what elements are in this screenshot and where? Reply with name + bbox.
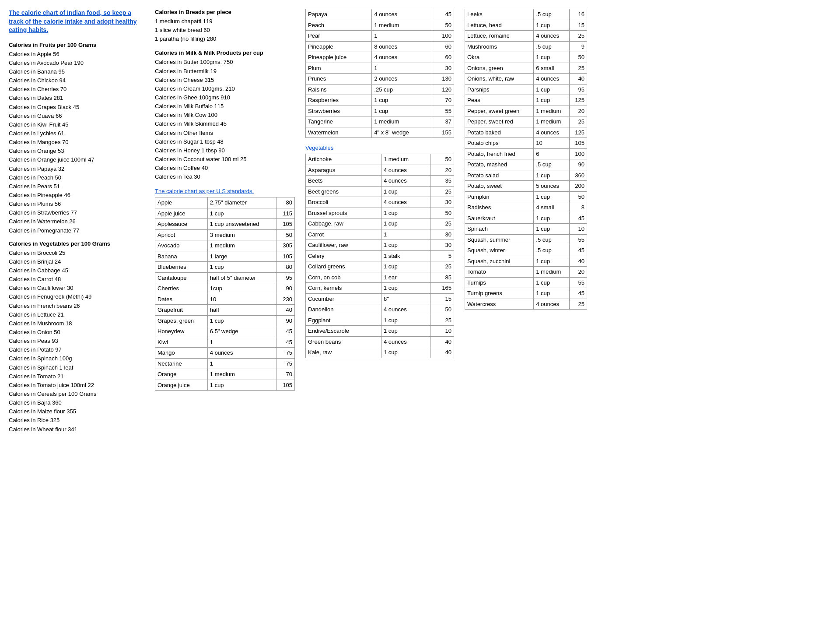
table-cell: 230 [276, 294, 295, 305]
us-vegetables-continued-table: Leeks.5 cup16Lettuce, head1 cup15Lettuce… [465, 9, 587, 310]
table-cell: 15 [570, 20, 587, 31]
table-cell: 16 [570, 9, 587, 20]
table-cell: Applesauce [155, 219, 208, 230]
list-item: Calories in Tea 30 [155, 173, 295, 181]
table-cell: 40 [430, 336, 454, 347]
table-cell: 10 [430, 326, 454, 337]
table-cell: 35 [430, 176, 454, 187]
table-cell: 1 [381, 229, 430, 240]
table-cell: 1 medium [372, 116, 432, 127]
table-cell: 5 [430, 250, 454, 261]
table-row: Cherries1cup90 [155, 283, 295, 294]
table-cell: 9 [570, 41, 587, 52]
table-cell: 2 ounces [372, 74, 432, 85]
table-cell: 5 ounces [534, 181, 570, 192]
table-row: Dandelion4 ounces50 [306, 304, 454, 315]
vegetables-section-title: Calories in Vegetables per 100 Grams [9, 240, 144, 247]
table-row: Squash, summer.5 cup55 [465, 234, 587, 245]
table-cell: Pear [306, 31, 372, 42]
list-item: Calories in Spinach 1 leaf [9, 363, 144, 372]
table-cell: Leeks [465, 9, 534, 20]
table-row: Corn, on cob1 ear85 [306, 272, 454, 283]
table-cell: 6 small [534, 63, 570, 74]
milk-items: Calories in Butter 100gms. 750Calories i… [155, 58, 295, 181]
table-cell: Grapes, green [155, 315, 208, 326]
table-cell: 50 [430, 154, 454, 165]
table-cell: 95 [276, 272, 295, 283]
table-cell: 25 [430, 261, 454, 272]
table-cell: 70 [432, 95, 454, 106]
table-cell: 4 ounces [207, 348, 276, 359]
list-item: 1 paratha (no filling) 280 [155, 35, 295, 43]
table-row: Green beans4 ounces40 [306, 336, 454, 347]
table-row: Carrot130 [306, 229, 454, 240]
list-item: Calories in Ghee 100gms 910 [155, 93, 295, 102]
table-cell: 75 [276, 348, 295, 359]
table-row: Orange1 medium70 [155, 369, 295, 380]
table-cell: Corn, on cob [306, 272, 382, 283]
table-cell: 8 [570, 202, 587, 213]
list-item: Calories in Butter 100gms. 750 [155, 58, 295, 67]
table-row: Apple juice1 cup115 [155, 208, 295, 219]
fruits-items: Calories in Apple 56Calories in Avocado … [9, 50, 144, 235]
table-cell: Potato, french fried [465, 148, 534, 159]
table-cell: 1 [372, 63, 432, 74]
page-wrapper: The calorie chart of Indian food, so kee… [9, 9, 831, 434]
table-cell: 1 cup unsweetened [207, 219, 276, 230]
table-cell: .5 cup [534, 159, 570, 170]
list-item: Calories in Cauliflower 30 [9, 284, 144, 292]
table-row: Potato baked4 ounces125 [465, 127, 587, 138]
table-cell: Potato, mashed [465, 159, 534, 170]
table-row: Leeks.5 cup16 [465, 9, 587, 20]
table-cell: 90 [570, 159, 587, 170]
table-cell: Papaya [306, 9, 372, 20]
table-cell: Spinach [465, 224, 534, 235]
table-row: Papaya4 ounces45 [306, 9, 454, 20]
table-cell: 200 [570, 181, 587, 192]
table-cell: 115 [276, 208, 295, 219]
table-cell: 4 ounces [534, 74, 570, 85]
list-item: Calories in Cereals per 100 Grams [9, 390, 144, 398]
table-row: Watercress4 ounces25 [465, 299, 587, 310]
list-item: Calories in Coconut water 100 ml 25 [155, 155, 295, 164]
table-cell: 1 cup [534, 256, 570, 267]
table-cell: 1 cup [207, 208, 276, 219]
table-cell: Mango [155, 348, 208, 359]
table-cell: 165 [430, 283, 454, 294]
table-cell: 40 [570, 74, 587, 85]
list-item: Calories in Mangoes 70 [9, 138, 144, 147]
table-cell: 30 [432, 63, 454, 74]
list-item: Calories in Apple 56 [9, 50, 144, 59]
table-row: Turnips1 cup55 [465, 277, 587, 288]
table-cell: 60 [432, 41, 454, 52]
table-cell: 1 cup [372, 106, 432, 116]
table-cell: 1 cup [534, 52, 570, 63]
table-cell: 1 cup [381, 283, 430, 294]
table-cell: Endive/Escarole [306, 326, 382, 337]
table-cell: 6.5" wedge [207, 326, 276, 337]
table-cell: .25 cup [372, 84, 432, 95]
table-cell: 60 [432, 52, 454, 63]
table-cell: Apricot [155, 229, 208, 240]
table-cell: 4 ounces [372, 9, 432, 20]
table-row: Collard greens1 cup25 [306, 261, 454, 272]
table-row: Pear1100 [306, 31, 454, 42]
table-cell: 125 [570, 95, 587, 106]
page-title-link[interactable]: The calorie chart of Indian food, so kee… [9, 9, 144, 35]
table-row: Cabbage, raw1 cup25 [306, 218, 454, 229]
table-row: Sauerkraut1 cup45 [465, 213, 587, 224]
table-cell: Corn, kernels [306, 283, 382, 294]
list-item: Calories in Maize flour 355 [9, 407, 144, 416]
column-4: Leeks.5 cup16Lettuce, head1 cup15Lettuce… [465, 9, 587, 310]
table-row: Radishes4 small8 [465, 202, 587, 213]
table-cell: Watercress [465, 299, 534, 310]
table-cell: 1 cup [207, 262, 276, 273]
table-cell: Green beans [306, 336, 382, 347]
table-cell: 1 cup [534, 95, 570, 106]
table-cell: Carrot [306, 229, 382, 240]
table-cell: 45 [570, 213, 587, 224]
table-cell: 105 [570, 138, 587, 149]
table-row: Watermelon4" x 8" wedge155 [306, 127, 454, 138]
table-cell: Turnips [465, 277, 534, 288]
table-cell: 1 cup [534, 277, 570, 288]
